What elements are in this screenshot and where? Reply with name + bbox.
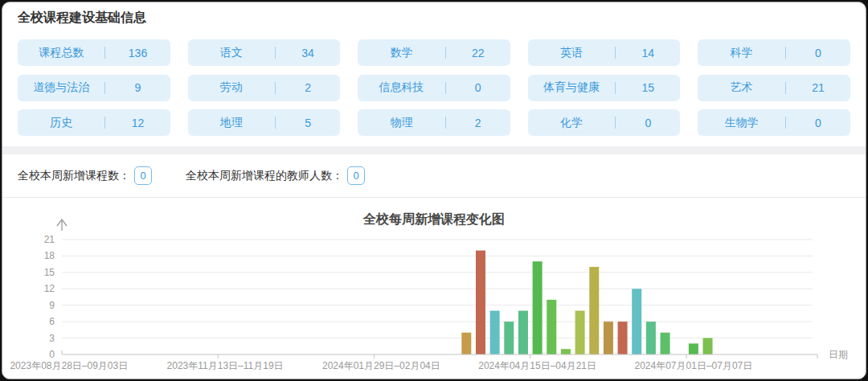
y-axis-tick-label: 15 — [44, 267, 55, 278]
bar[interactable]: 4 — [461, 333, 471, 354]
bar[interactable]: 6 — [618, 322, 628, 354]
x-axis-tick-label: 2024年04月15日–04月21日 — [478, 360, 596, 371]
y-grid: 036912151821 — [44, 234, 813, 360]
weekly-stat-label: 全校本周新增课程的教师人数： — [186, 169, 343, 183]
stat-card-value: 9 — [105, 81, 170, 94]
stat-card-value: 21 — [786, 81, 850, 94]
stat-card: 体育与健康15 — [528, 75, 681, 101]
bar[interactable]: 8 — [490, 311, 500, 354]
stat-card: 数学22 — [358, 39, 510, 66]
stat-card-label: 化学 — [528, 116, 615, 130]
bar[interactable]: 6 — [646, 322, 656, 354]
x-axis-tick-label: 2023年11月13日–11月19日 — [167, 360, 284, 371]
weekly-stat-item: 全校本周新增课程的教师人数：0 — [186, 166, 365, 185]
y-axis-tick-label: 9 — [49, 300, 55, 311]
x-axis-tick-label: 2024年01月29日–02月04日 — [322, 360, 440, 371]
bar[interactable]: 6 — [504, 322, 514, 354]
stat-card-value: 22 — [446, 47, 510, 59]
stat-card-value: 0 — [786, 47, 850, 59]
stat-card-label: 生物学 — [698, 116, 784, 130]
weekly-chart-section: 全校每周新增课程变化图 0369121518214198681710181666… — [2, 198, 866, 379]
stat-card-label: 数学 — [358, 46, 444, 60]
section-divider — [2, 146, 866, 154]
stat-card-label: 艺术 — [698, 80, 784, 95]
stat-card: 英语14 — [528, 39, 681, 66]
y-axis-tick-label: 12 — [44, 283, 55, 294]
stat-card-value: 2 — [276, 81, 340, 94]
bar[interactable]: 17 — [533, 261, 542, 354]
stat-card-value: 12 — [105, 117, 170, 129]
x-axis-tick-label: 2024年07月01日–07月07日 — [635, 360, 753, 371]
x-axis-name: 日期 — [829, 349, 848, 360]
y-axis-arrow-icon — [57, 219, 67, 231]
y-axis-tick-label: 6 — [49, 316, 55, 327]
stat-card-label: 科学 — [698, 46, 784, 60]
weekly-stat-value-box: 0 — [347, 166, 365, 185]
bar[interactable]: 2 — [689, 343, 698, 354]
bar[interactable]: 3 — [703, 338, 713, 354]
bar[interactable]: 19 — [476, 251, 485, 354]
bar[interactable]: 8 — [575, 311, 585, 354]
stat-card-value: 0 — [446, 81, 510, 94]
stat-card-value: 15 — [616, 81, 680, 94]
bar[interactable]: 1 — [561, 349, 571, 354]
stat-card-label: 体育与健康 — [528, 80, 615, 95]
bar-series: 4198681710181666126423 — [461, 251, 712, 354]
stat-card: 科学0 — [698, 39, 850, 66]
bar[interactable]: 4 — [661, 333, 670, 354]
stat-card-label: 地理 — [188, 116, 275, 130]
weekly-stat-item: 全校本周新增课程数：0 — [18, 166, 152, 185]
stat-card-value: 2 — [446, 117, 510, 129]
stat-card-value: 34 — [276, 47, 340, 59]
bar[interactable]: 12 — [632, 289, 641, 354]
course-info-section: 全校课程建设基础信息 课程总数136语文34数学22英语14科学0道德与法治9劳… — [2, 2, 866, 136]
dashboard-panel: 全校课程建设基础信息 课程总数136语文34数学22英语14科学0道德与法治9劳… — [2, 2, 866, 379]
stat-card: 历史12 — [18, 109, 170, 136]
stat-card-value: 0 — [616, 117, 680, 129]
weekly-stat-value-box: 0 — [134, 166, 152, 185]
y-axis-tick-label: 0 — [49, 349, 55, 360]
stat-card: 艺术21 — [698, 75, 850, 101]
stat-card: 地理5 — [188, 109, 341, 136]
bar[interactable]: 10 — [547, 300, 556, 354]
stat-card-value: 0 — [786, 117, 850, 129]
stat-card: 生物学0 — [698, 109, 850, 136]
stat-card-label: 信息科技 — [358, 80, 444, 95]
stat-card: 道德与法治9 — [18, 75, 170, 101]
y-axis-tick-label: 3 — [49, 333, 55, 344]
bar[interactable]: 6 — [604, 322, 613, 354]
stat-card: 信息科技0 — [358, 75, 510, 101]
bar[interactable]: 16 — [589, 267, 599, 354]
stat-card-label: 语文 — [188, 46, 275, 60]
x-axis-labels: 2023年08月28日–09月03日2023年11月13日–11月19日2024… — [10, 360, 752, 371]
stat-card-value: 5 — [276, 117, 340, 129]
stat-card-value: 136 — [105, 47, 170, 59]
stat-card-label: 道德与法治 — [18, 80, 104, 95]
stat-card: 劳动2 — [188, 75, 341, 101]
page-title: 全校课程建设基础信息 — [18, 9, 850, 27]
stat-card-label: 历史 — [18, 116, 104, 130]
stat-card-value: 14 — [616, 47, 680, 59]
weekly-stats-section: 全校本周新增课程数：0全校本周新增课程的教师人数：0 — [2, 154, 866, 198]
stat-card: 化学0 — [528, 109, 681, 136]
stat-card-label: 劳动 — [188, 80, 275, 95]
weekly-stat-label: 全校本周新增课程数： — [18, 169, 130, 183]
stat-card-label: 课程总数 — [18, 46, 104, 60]
weekly-chart-canvas: 03691215182141986817101816661264232023年0… — [2, 198, 866, 379]
window-frame: 全校课程建设基础信息 课程总数136语文34数学22英语14科学0道德与法治9劳… — [0, 0, 868, 381]
stat-cards-grid: 课程总数136语文34数学22英语14科学0道德与法治9劳动2信息科技0体育与健… — [18, 39, 850, 136]
stat-card: 课程总数136 — [18, 39, 170, 66]
stat-card: 物理2 — [358, 109, 510, 136]
stat-card-label: 英语 — [528, 46, 615, 60]
bar[interactable]: 8 — [518, 311, 528, 354]
y-axis-tick-label: 18 — [44, 250, 55, 261]
y-axis-tick-label: 21 — [44, 234, 55, 245]
stat-card: 语文34 — [188, 39, 341, 66]
x-axis-tick-label: 2023年08月28日–09月03日 — [10, 360, 128, 371]
stat-card-label: 物理 — [358, 116, 444, 130]
